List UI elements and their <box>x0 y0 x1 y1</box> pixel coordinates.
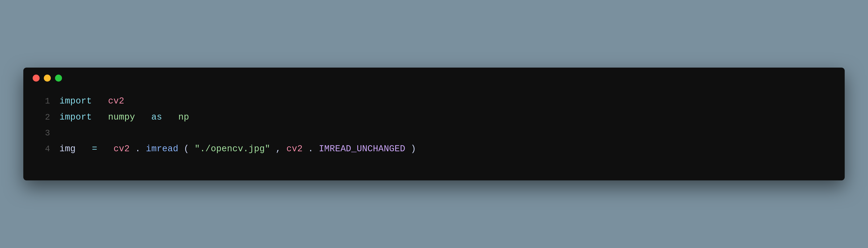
space <box>167 112 173 122</box>
code-line-2: 2 import numpy as np <box>37 109 831 125</box>
module-cv2: cv2 <box>108 96 124 106</box>
line-number-4: 4 <box>37 142 50 157</box>
code-line-4: 4 img = cv2 . imread ( "./opencv.jpg" , … <box>37 141 831 157</box>
maximize-button[interactable] <box>55 74 62 82</box>
module-numpy: numpy <box>108 112 135 122</box>
close-button[interactable] <box>33 74 40 82</box>
minimize-button[interactable] <box>44 74 51 82</box>
code-content-3 <box>59 125 65 141</box>
keyword-as: as <box>151 112 162 122</box>
dot-punct-1: . <box>135 144 141 154</box>
window-titlebar <box>23 68 845 86</box>
comma-punct: , <box>276 144 281 154</box>
keyword-import-2: import <box>59 112 92 122</box>
code-window: 1 import cv2 2 import numpy as np 3 <box>23 68 845 180</box>
line-number-1: 1 <box>37 94 50 109</box>
function-imread: imread <box>146 144 178 154</box>
operator-equals: = <box>92 144 97 154</box>
constant-imread-unchanged: IMREAD_UNCHANGED <box>319 144 405 154</box>
dot-punct-2: . <box>308 144 313 154</box>
space <box>97 112 102 122</box>
keyword-import-1: import <box>59 96 92 106</box>
code-line-1: 1 import cv2 <box>37 93 831 109</box>
line-number-2: 2 <box>37 110 50 125</box>
space <box>81 144 87 154</box>
alias-np: np <box>178 112 189 122</box>
code-content-1: import cv2 <box>59 93 124 109</box>
variable-img: img <box>59 144 76 154</box>
space <box>103 144 108 154</box>
line-number-3: 3 <box>37 126 50 141</box>
code-content-4: img = cv2 . imread ( "./opencv.jpg" , cv… <box>59 141 416 157</box>
string-path: "./opencv.jpg" <box>195 144 270 154</box>
code-content-2: import numpy as np <box>59 109 189 125</box>
cv2-reference-2: cv2 <box>286 144 303 154</box>
space <box>97 96 102 106</box>
code-line-3: 3 <box>37 125 831 141</box>
cv2-reference: cv2 <box>114 144 130 154</box>
space <box>141 112 146 122</box>
code-editor: 1 import cv2 2 import numpy as np 3 <box>23 86 845 166</box>
paren-close: ) <box>411 144 416 154</box>
paren-open: ( <box>184 144 189 154</box>
